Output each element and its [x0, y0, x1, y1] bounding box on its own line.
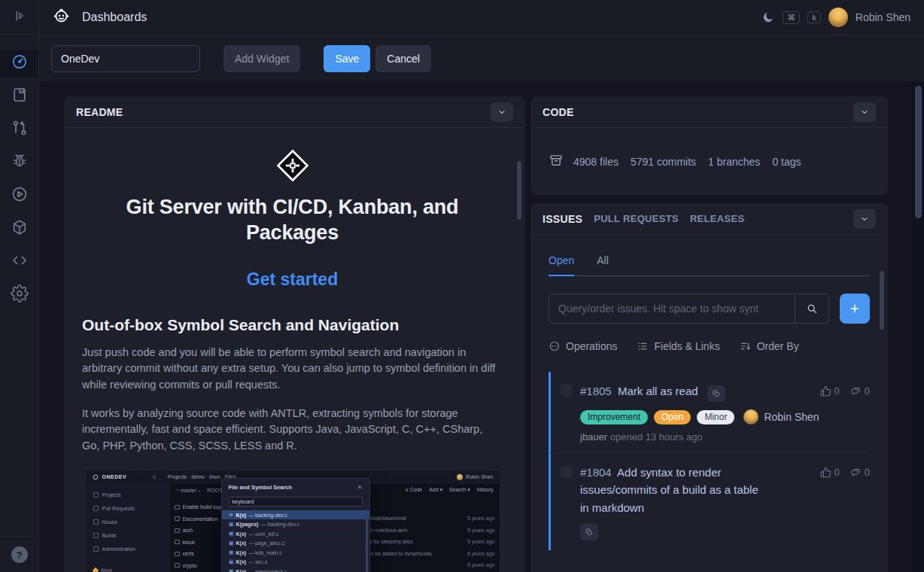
- screenshot-nav-item: Builds: [86, 529, 170, 543]
- issue-row-1805: #1805 Mark all as read 0: [549, 372, 870, 452]
- code-stats: 4908 files 5791 commits 1 branches 0 tag…: [530, 128, 888, 195]
- label-minor[interactable]: Minor: [697, 410, 734, 424]
- issue-checkbox[interactable]: [561, 385, 573, 397]
- shortcut-cmd-key: ⌘: [783, 11, 800, 24]
- code-icon: [11, 251, 29, 272]
- files-stat[interactable]: 4908 files: [573, 156, 619, 168]
- screenshot-sidebar: ProjectsPull RequestsIssuesBuildsAdminis…: [86, 484, 170, 572]
- sidebar-item-issues[interactable]: [0, 149, 38, 176]
- screenshot-search-result: MK(x)— backing-dev.c: [222, 510, 369, 520]
- screenshot-search-result: MK(x)— oom_kill.c: [222, 529, 369, 539]
- tags-stat[interactable]: 0 tags: [772, 156, 801, 168]
- search-icon: [806, 303, 818, 315]
- issues-collapse-button[interactable]: [853, 209, 876, 229]
- readme-paragraph-1: Just push code and you will be able to p…: [82, 345, 503, 393]
- readme-collapse-button[interactable]: [491, 102, 513, 122]
- issue-number: #1805: [580, 385, 612, 397]
- page-scrollbar-thumb[interactable]: [915, 86, 922, 218]
- readme-screenshot-image: ONEDEV ‹| Projects · demo · linux · File…: [86, 470, 500, 572]
- code-widget: CODE 4908 files 5791 commits 1 branches …: [530, 96, 888, 195]
- tab-open[interactable]: Open: [549, 254, 574, 276]
- gear-icon: [11, 284, 29, 306]
- label-open[interactable]: Open: [654, 410, 691, 424]
- order-by-menu[interactable]: Order By: [740, 340, 799, 352]
- archive-icon: [549, 153, 564, 171]
- sidebar-item-dashboards[interactable]: [0, 50, 38, 77]
- readme-heading: Git Server with CI/CD, Kanban, and Packa…: [114, 194, 471, 245]
- help-icon: ?: [11, 546, 28, 563]
- issue-checkbox[interactable]: [561, 466, 573, 478]
- search-button[interactable]: [795, 294, 829, 324]
- branches-stat[interactable]: 1 branches: [708, 156, 760, 168]
- code-widget-header: CODE: [530, 96, 888, 128]
- readme-scrollbar-thumb[interactable]: [517, 161, 521, 220]
- sidebar-item-packages[interactable]: [0, 215, 38, 242]
- add-issue-button[interactable]: [840, 294, 870, 324]
- package-icon: [11, 218, 29, 239]
- top-navbar: Dashboards ⌘ k Robin Shen: [39, 0, 924, 35]
- sidebar-expand-button[interactable]: [0, 0, 38, 35]
- gauge-icon: [11, 53, 29, 74]
- dashboard-name-input[interactable]: [51, 45, 200, 72]
- screenshot-nav-item: Projects: [86, 488, 170, 502]
- copy-icon: [585, 528, 594, 537]
- label-improvement[interactable]: Improvement: [580, 410, 648, 424]
- issue-title-link[interactable]: Mark all as read: [618, 385, 698, 397]
- code-widget-title: CODE: [543, 106, 574, 118]
- main-column: Dashboards ⌘ k Robin Shen Add Widget Sav…: [39, 0, 924, 572]
- tab-issues[interactable]: ISSUES: [543, 213, 582, 225]
- screenshot-nav-item: Administration: [86, 543, 170, 556]
- sidebar-item-pull-requests[interactable]: [0, 116, 38, 143]
- copy-reference-button[interactable]: [580, 524, 598, 540]
- comments-icon: [850, 467, 862, 478]
- issue-query-input[interactable]: [549, 294, 795, 324]
- moon-icon: [761, 11, 775, 24]
- book-icon: [11, 86, 29, 107]
- issue-number: #1804: [580, 466, 612, 479]
- issues-widget-header: ISSUES PULL REQUESTS RELEASES: [530, 203, 888, 235]
- app: ? Dashboards ⌘: [0, 0, 924, 572]
- sidebar-item-administration[interactable]: [0, 281, 38, 309]
- readme-subheading: Out-of-box Symbol Search and Navigation: [82, 316, 503, 334]
- play-circle-icon: [11, 185, 29, 206]
- assignee-avatar: [743, 409, 758, 424]
- screenshot-search-result: MK(x)— kdb_main.c: [222, 548, 369, 558]
- thumbs-up-count[interactable]: 0: [820, 385, 840, 397]
- copy-reference-button[interactable]: [707, 385, 725, 402]
- issues-scrollbar-thumb[interactable]: [880, 271, 884, 330]
- fields-links-menu[interactable]: Fields & Links: [637, 340, 719, 352]
- pull-request-icon: [11, 119, 29, 140]
- user-name[interactable]: Robin Shen: [856, 11, 910, 23]
- sidebar-item-code-search[interactable]: [0, 248, 38, 275]
- assignee[interactable]: Robin Shen: [743, 409, 819, 424]
- tab-all[interactable]: All: [597, 254, 609, 275]
- tab-releases[interactable]: RELEASES: [690, 213, 744, 224]
- commits-stat[interactable]: 5791 commits: [631, 156, 696, 168]
- navbar-right: ⌘ k Robin Shen: [761, 8, 910, 27]
- screenshot-commit-list: x/kernel/git/davem/net5 years ago.org.uk…: [355, 513, 495, 572]
- user-avatar[interactable]: [828, 8, 848, 27]
- comments-count[interactable]: 0: [850, 467, 870, 478]
- dashboard-content: README Git Server with: [39, 81, 924, 572]
- dashboard-toolbar: Add Widget Save Cancel: [39, 35, 924, 81]
- sidebar-item-projects[interactable]: [0, 83, 38, 110]
- save-button[interactable]: Save: [324, 45, 370, 72]
- dark-mode-toggle[interactable]: [761, 11, 775, 24]
- comments-count[interactable]: 0: [850, 385, 870, 397]
- chevron-down-icon: [497, 108, 506, 117]
- issues-body: Open All: [530, 235, 888, 572]
- sidebar-item-builds[interactable]: [0, 182, 38, 209]
- tab-pull-requests[interactable]: PULL REQUESTS: [594, 213, 679, 224]
- cancel-button[interactable]: Cancel: [375, 45, 431, 72]
- screenshot-search-result: MK(x)— memcontrol.c: [222, 567, 369, 572]
- onedev-robot-logo-icon: [51, 6, 71, 29]
- issue-menu-row: Operations Fields & Links Order By: [549, 340, 870, 352]
- add-widget-button[interactable]: Add Widget: [223, 45, 300, 72]
- code-collapse-button[interactable]: [853, 102, 876, 122]
- help-button[interactable]: ?: [0, 536, 38, 572]
- get-started-link[interactable]: Get started: [82, 269, 503, 290]
- screenshot-close-icon: ✕: [357, 484, 363, 491]
- operations-menu[interactable]: Operations: [549, 340, 617, 352]
- readme-widget-title: README: [76, 106, 123, 118]
- thumbs-up-count[interactable]: 0: [820, 467, 840, 478]
